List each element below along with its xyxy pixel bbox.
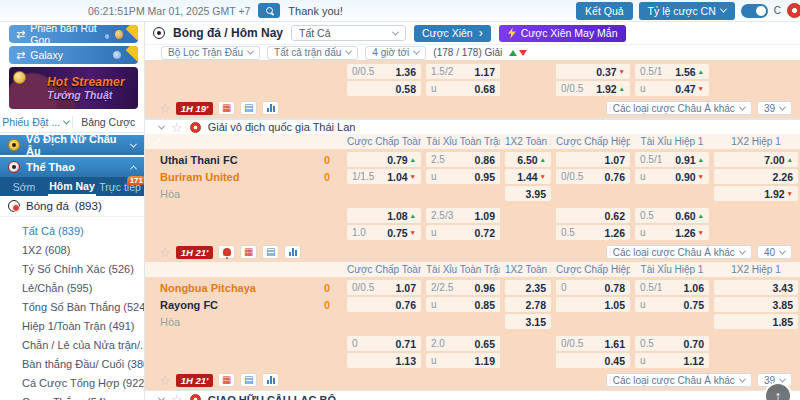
odds-cell[interactable]: 0.58 [347, 81, 421, 96]
sidebar-item-football[interactable]: Bóng đá (893) [0, 196, 144, 217]
odds-cell[interactable]: 1.00.75▼ [347, 225, 421, 240]
favorite-star-icon[interactable]: ☆ [171, 393, 183, 400]
favorite-star-icon[interactable]: ☆ [159, 374, 171, 387]
hours-select[interactable]: 4 giờ tới [365, 46, 426, 60]
odds-cell[interactable]: 2.00.65 [426, 336, 500, 351]
odds-type-button[interactable]: Tỷ lệ cược CN [639, 2, 735, 20]
more-asian-bets-select[interactable]: Các loại cược Châu Á khác [606, 101, 752, 115]
sidebar-market-item[interactable]: Chẵn / Lẻ của Nửa trận/... (482) [0, 336, 144, 355]
odds-cell[interactable]: 0/0.51.61 [556, 336, 630, 351]
odds-cell[interactable]: 00.78 [556, 280, 630, 295]
odds-cell[interactable]: 0.5/10.91▲ [635, 152, 709, 167]
sidebar-market-item[interactable]: 1X2 (608) [0, 241, 144, 260]
odds-cell[interactable]: u0.85 [426, 297, 500, 312]
favorite-star-icon[interactable]: ☆ [159, 102, 171, 115]
odds-cell[interactable]: 1.13 [347, 353, 421, 368]
tab-today[interactable]: Hôm Nay [48, 177, 96, 196]
sidebar-market-item[interactable]: Hiệp 1/Toàn Trận (491) [0, 317, 144, 336]
odds-cell[interactable]: 1.05 [556, 297, 630, 312]
odds-cell[interactable]: 2.26 [714, 169, 798, 184]
odds-cell[interactable]: 2.35 [505, 280, 551, 295]
keno-grid-icon[interactable]: ▦ [218, 373, 235, 387]
odds-cell[interactable]: u0.90▼ [635, 169, 709, 184]
live-event-icon[interactable] [218, 245, 235, 259]
more-asian-bets-select[interactable]: Các loại cược Châu Á khác [606, 373, 752, 387]
all-matches-select[interactable]: Tất cả trận đấu [267, 46, 358, 60]
sidebar-market-item[interactable]: Cược Thắng (54) [0, 393, 144, 400]
bet-types-icon[interactable]: ▤ [240, 373, 257, 387]
bet-types-icon[interactable]: ▤ [262, 245, 279, 259]
odds-cell[interactable]: 0/0.51.07 [347, 280, 421, 295]
odds-cell[interactable]: u1.19 [426, 353, 500, 368]
odds-cell[interactable]: u1.26▼ [635, 225, 709, 240]
notification-icon[interactable] [787, 3, 800, 18]
odds-cell[interactable]: 2/2.50.96 [426, 280, 500, 295]
hot-streamer-banner[interactable]: Hot Streamer Tưởng Thuật [9, 67, 138, 109]
tab-live[interactable]: Trực tiếp171 [96, 177, 144, 196]
market-type-select[interactable]: Tất Cả [291, 25, 406, 41]
odds-cell[interactable]: 2.50.86 [426, 152, 500, 167]
stats-bars-icon[interactable] [284, 245, 301, 259]
odds-cell[interactable]: 0.45 [556, 353, 630, 368]
odds-cell[interactable]: 0.51.26 [556, 225, 630, 240]
odds-cell[interactable]: 00.71 [347, 336, 421, 351]
odds-toggle[interactable] [741, 4, 768, 18]
odds-cell[interactable]: 2.78 [505, 297, 551, 312]
collapse-chevron-icon[interactable] [158, 395, 165, 400]
odds-cell[interactable]: 0.5/11.06 [635, 280, 709, 295]
favorite-star-icon[interactable]: ☆ [171, 121, 183, 134]
odds-cell[interactable]: 0.5/11.56▲ [635, 64, 709, 79]
odds-cell[interactable]: 1.5/21.17 [426, 64, 500, 79]
search-button[interactable] [258, 3, 280, 18]
odds-cell[interactable]: 6.50▲ [505, 152, 551, 167]
odds-cell[interactable]: 0/0.51.92▲ [556, 81, 630, 96]
odds-cell[interactable]: 1.92▼ [714, 186, 798, 201]
odds-cell[interactable]: 1/1.51.04▼ [347, 169, 421, 184]
bet-count-select[interactable]: 39 [757, 101, 792, 115]
odds-cell[interactable]: 1.44▼ [505, 169, 551, 184]
odds-cell[interactable]: 0.50.60▲ [635, 208, 709, 223]
odds-cell[interactable]: 3.95 [505, 186, 551, 201]
odds-cell[interactable]: u0.72 [426, 225, 500, 240]
sort-toggle[interactable] [509, 50, 527, 56]
stats-bars-icon[interactable] [262, 101, 279, 115]
odds-cell[interactable]: 7.00▲ [714, 152, 798, 167]
more-asian-bets-select[interactable]: Các loại cược Châu Á khác [606, 245, 752, 259]
odds-cell[interactable]: 3.85 [714, 297, 798, 312]
sidebar-market-item[interactable]: Lẻ/Chẵn (595) [0, 279, 144, 298]
sidebar-market-item[interactable]: Tất Cả (839) [0, 222, 144, 241]
bet-count-select[interactable]: 40 [757, 245, 792, 259]
odds-cell[interactable]: u0.68 [426, 81, 500, 96]
odds-cell[interactable]: 0.79▲ [347, 152, 421, 167]
keno-grid-icon[interactable]: ▦ [240, 245, 257, 259]
bet-slip-tab[interactable]: Phiếu Đặt ... [0, 116, 72, 128]
odds-cell[interactable]: 3.43 [714, 280, 798, 295]
odds-cell[interactable]: 1.85 [714, 314, 798, 329]
odds-cell[interactable]: 3.15 [505, 314, 551, 329]
stats-bars-icon[interactable] [262, 373, 279, 387]
favorite-star-icon[interactable]: ☆ [159, 246, 171, 259]
odds-cell[interactable]: 2.5/31.09 [426, 208, 500, 223]
sidebar-item-euro-league[interactable]: Vô Địch Nữ Châu Âu [0, 135, 144, 155]
odds-cell[interactable]: u0.47▼ [635, 81, 709, 96]
odds-cell[interactable]: 0/0.50.76 [556, 169, 630, 184]
odds-cell[interactable]: 0.37▼ [556, 64, 630, 79]
odds-cell[interactable]: u0.75 [635, 297, 709, 312]
sidebar-market-item[interactable]: Cá Cược Tổng Hợp (922) [0, 374, 144, 393]
odds-cell[interactable]: 1.08▲ [347, 208, 421, 223]
odds-cell[interactable]: 0.62 [556, 208, 630, 223]
sidebar-item-sports[interactable]: Thể Thao [0, 157, 144, 177]
odds-cell[interactable]: 0.76 [347, 297, 421, 312]
sidebar-market-item[interactable]: Bàn thắng Đầu/ Cuối (380) [0, 355, 144, 374]
bet-board-tab[interactable]: Bảng Cược [72, 116, 145, 128]
odds-cell[interactable]: 1.07 [556, 152, 630, 167]
collapse-chevron-icon[interactable] [158, 122, 165, 129]
keno-grid-icon[interactable]: ▦ [218, 101, 235, 115]
quick-version-button[interactable]: ⇄ Phiên bản Rút Gọn [9, 25, 138, 43]
odds-cell[interactable]: 0/0.51.36 [347, 64, 421, 79]
sidebar-market-item[interactable]: Tỷ Số Chính Xác (526) [0, 260, 144, 279]
odds-cell[interactable]: u0.95 [426, 169, 500, 184]
parlay-button[interactable]: Cược Xiên› [414, 25, 491, 42]
tab-early[interactable]: Sớm [0, 177, 48, 196]
sidebar-market-item[interactable]: Tổng Số Bàn Thắng (524) [0, 298, 144, 317]
